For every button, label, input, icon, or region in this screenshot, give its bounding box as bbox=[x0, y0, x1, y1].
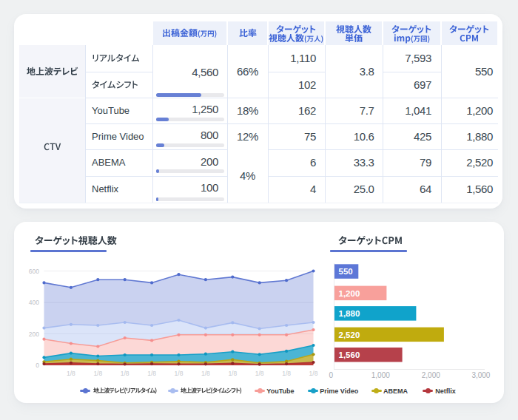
svg-text:2,520: 2,520 bbox=[339, 331, 360, 339]
svg-text:1,880: 1,880 bbox=[339, 309, 360, 318]
svg-text:1,560: 1,560 bbox=[339, 350, 360, 359]
svg-text:1,200: 1,200 bbox=[339, 289, 360, 298]
svg-text:550: 550 bbox=[339, 267, 353, 276]
